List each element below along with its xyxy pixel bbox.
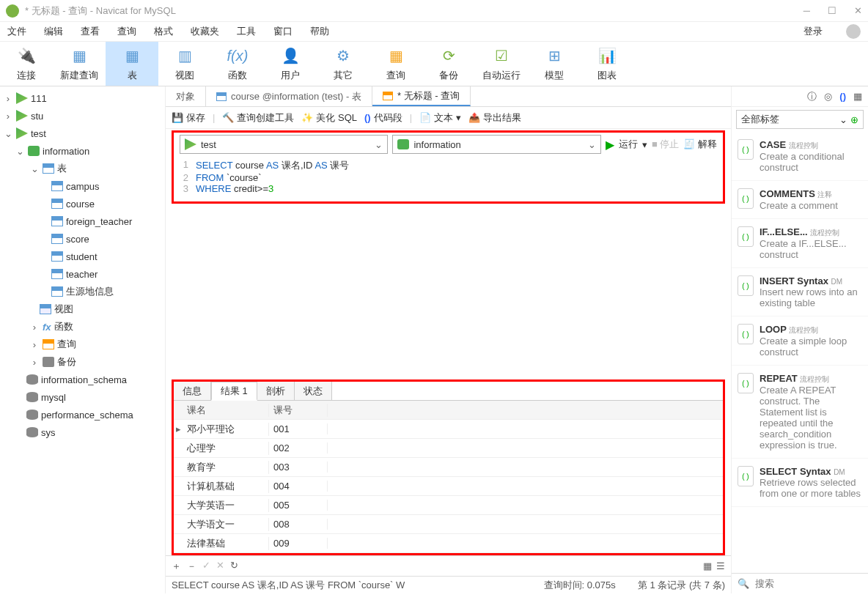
sql-editor[interactable]: 1SELECT course AS 课名,ID AS 课号 2FROM `cou… <box>174 156 723 197</box>
snippet-item[interactable]: ( )COMMENTS 注释Create a comment <box>732 181 868 219</box>
snippet-panel-icon[interactable]: () <box>839 91 846 102</box>
grid-view-icon[interactable]: ▦ <box>703 560 712 571</box>
beautify-sql-button[interactable]: ✨ 美化 SQL <box>301 111 357 125</box>
menu-format[interactable]: 格式 <box>154 25 173 38</box>
col-courseName: 课名 <box>183 404 269 417</box>
tbl-teacher[interactable]: teacher <box>0 265 165 283</box>
model-button[interactable]: ⊞模型 <box>528 42 581 86</box>
menu-favorites[interactable]: 收藏夹 <box>191 25 219 38</box>
db-mysql[interactable]: mysql <box>0 388 165 406</box>
close-icon[interactable]: ✕ <box>854 5 862 16</box>
tbl-campus[interactable]: campus <box>0 177 165 195</box>
tab-query[interactable]: * 无标题 - 查询 <box>372 86 471 106</box>
views-node[interactable]: 视图 <box>0 300 165 318</box>
snippet-item[interactable]: ( )IF...ELSE... 流程控制Create a IF...ELSE..… <box>732 219 868 268</box>
snippet-icon: ( ) <box>738 466 754 486</box>
backup-button[interactable]: ⟳备份 <box>422 42 475 86</box>
stop-button: ■ 停止 <box>652 138 679 151</box>
tab-status[interactable]: 状态 <box>295 382 332 400</box>
auto-run-button[interactable]: ☑自动运行 <box>475 42 528 86</box>
tab-objects[interactable]: 对象 <box>166 86 206 106</box>
search-input[interactable] <box>754 577 868 590</box>
save-button[interactable]: 💾 保存 <box>172 111 205 125</box>
app-logo-icon <box>6 4 19 18</box>
db-sys[interactable]: sys <box>0 423 165 441</box>
menu-view[interactable]: 查看 <box>81 25 100 38</box>
text-button[interactable]: 📄 文本 ▾ <box>419 111 461 125</box>
tbl-score[interactable]: score <box>0 230 165 248</box>
maximize-icon[interactable]: ☐ <box>828 5 836 16</box>
cancel-icon[interactable]: ✕ <box>216 560 224 573</box>
db-perfschema[interactable]: performance_schema <box>0 406 165 423</box>
status-sql: SELECT course AS 课名,ID AS 课号 FROM `cours… <box>172 579 522 592</box>
snippet-button[interactable]: ()代码段 <box>364 111 402 125</box>
table-row: 法律基础009 <box>174 534 723 553</box>
col-courseId: 课号 <box>269 404 328 417</box>
minimize-icon[interactable]: ─ <box>803 5 810 16</box>
snippet-icon: ( ) <box>738 373 754 393</box>
user-button[interactable]: 👤用户 <box>264 42 317 86</box>
result-grid[interactable]: 课名课号 ▸邓小平理论001 心理学002 教育学003 计算机基础004 大学… <box>174 401 723 553</box>
run-button[interactable]: ▶ <box>606 138 614 152</box>
tab-result1[interactable]: 结果 1 <box>211 382 257 401</box>
snippet-item[interactable]: ( )SELECT Syntax DMRetrieve rows selecte… <box>732 459 868 507</box>
export-button[interactable]: 📤 导出结果 <box>468 111 521 125</box>
snippet-item[interactable]: ( )LOOP 流程控制Create a simple loop constru… <box>732 316 868 366</box>
add-icon[interactable]: ＋ <box>172 560 181 573</box>
db-information[interactable]: ⌄information <box>0 142 165 160</box>
conn-111[interactable]: ›111 <box>0 89 165 107</box>
queries-node[interactable]: ›查询 <box>0 336 165 353</box>
connect-button[interactable]: 🔌连接 <box>0 42 53 86</box>
tab-profile[interactable]: 剖析 <box>257 382 295 400</box>
tab-course[interactable]: course @information (test) - 表 <box>206 86 372 106</box>
remove-icon[interactable]: － <box>187 560 196 573</box>
grid-icon[interactable]: ▦ <box>853 91 862 102</box>
query-builder-button[interactable]: 🔨 查询创建工具 <box>222 111 294 125</box>
query-button[interactable]: ▦查询 <box>369 42 422 86</box>
table-row: ▸邓小平理论001 <box>174 420 723 439</box>
menu-query[interactable]: 查询 <box>117 25 136 38</box>
table-row: 教育学003 <box>174 458 723 477</box>
database-dropdown[interactable]: information⌄ <box>392 135 600 154</box>
login-button[interactable]: 登录 <box>803 25 823 38</box>
chart-button[interactable]: 📊图表 <box>581 42 633 86</box>
conn-stu[interactable]: ›stu <box>0 107 165 125</box>
tbl-course[interactable]: course <box>0 195 165 212</box>
menu-window[interactable]: 窗口 <box>273 25 293 38</box>
tbl-origin[interactable]: 生源地信息 <box>0 283 165 300</box>
check-icon[interactable]: ✓ <box>202 560 210 573</box>
snippet-icon: ( ) <box>738 188 754 209</box>
explain-button[interactable]: 🧾 解释 <box>683 138 717 151</box>
snippet-item[interactable]: ( )CASE 流程控制Create a conditional constru… <box>732 132 868 181</box>
connection-dropdown[interactable]: test⌄ <box>180 135 388 154</box>
new-query-button[interactable]: ▦新建查询 <box>53 42 106 86</box>
tags-dropdown[interactable]: 全部标签⌄ ⊕ <box>736 110 864 129</box>
target-icon[interactable]: ◎ <box>824 91 832 102</box>
snippet-item[interactable]: ( )REPEAT 流程控制Create A REPEAT construct.… <box>732 366 868 459</box>
avatar-icon[interactable] <box>846 24 861 39</box>
add-tag-icon[interactable]: ⊕ <box>850 114 858 125</box>
list-view-icon[interactable]: ☰ <box>716 560 725 571</box>
snippet-item[interactable]: ( )INSERT Syntax DMInsert new rows into … <box>732 268 868 316</box>
table-row: 大学英语一005 <box>174 496 723 515</box>
view-button[interactable]: ▥视图 <box>158 42 211 86</box>
tbl-student[interactable]: student <box>0 248 165 265</box>
conn-test[interactable]: ⌄test <box>0 125 165 142</box>
table-row: 心理学002 <box>174 439 723 458</box>
db-infoschema[interactable]: information_schema <box>0 371 165 388</box>
chevron-down-icon: ⌄ <box>588 139 596 150</box>
menu-edit[interactable]: 编辑 <box>44 25 63 38</box>
refresh-icon[interactable]: ↻ <box>230 560 238 573</box>
table-button[interactable]: ▦表 <box>106 42 158 86</box>
tables-node[interactable]: ⌄表 <box>0 160 165 177</box>
backup-node[interactable]: ›备份 <box>0 353 165 371</box>
tbl-foreign-teacher[interactable]: foreign_teacher <box>0 212 165 230</box>
tab-info[interactable]: 信息 <box>174 382 211 400</box>
menu-help[interactable]: 帮助 <box>310 25 329 38</box>
function-button[interactable]: f(x)函数 <box>211 42 264 86</box>
other-button[interactable]: ⚙其它 <box>317 42 369 86</box>
funcs-node[interactable]: ›fx函数 <box>0 318 165 336</box>
menu-file[interactable]: 文件 <box>7 25 26 38</box>
menu-tools[interactable]: 工具 <box>237 25 256 38</box>
info-icon[interactable]: ⓘ <box>807 90 817 103</box>
